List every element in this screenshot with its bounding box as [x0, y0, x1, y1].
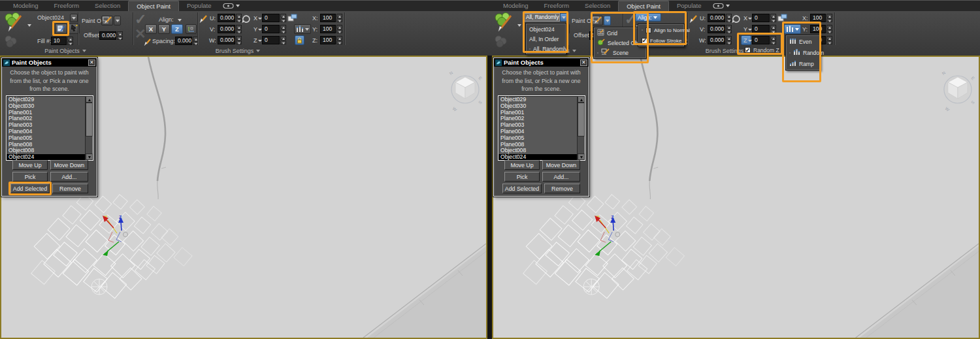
- chevron-down-icon[interactable]: [517, 24, 521, 27]
- pick-button[interactable]: Pick: [504, 172, 540, 182]
- v-spinner[interactable]: 0.000: [218, 25, 242, 33]
- scale-x-spinner[interactable]: 100: [810, 14, 832, 22]
- add-selected-button[interactable]: Add Selected: [10, 184, 50, 193]
- object-combo-value[interactable]: Object024: [37, 14, 64, 21]
- scroll-thumb[interactable]: [578, 103, 585, 137]
- tab-selection[interactable]: Selection: [87, 1, 128, 11]
- rot-y-spinner[interactable]: 0: [752, 25, 776, 33]
- distribution-dropdown-button[interactable]: [784, 24, 801, 34]
- axis-x-button[interactable]: X: [145, 24, 157, 34]
- ribbon-options-button[interactable]: [709, 1, 734, 11]
- scale-z-spinner[interactable]: 100: [320, 36, 342, 44]
- list-item-selected[interactable]: Object024: [498, 154, 577, 160]
- paint-objects-caption[interactable]: Paint Objects: [0, 47, 131, 55]
- align-label[interactable]: Align:: [159, 16, 174, 23]
- tab-populate[interactable]: Populate: [179, 1, 220, 11]
- combo-option[interactable]: All, In Order: [527, 34, 565, 44]
- u-spinner[interactable]: 0.000: [708, 14, 732, 22]
- edit-object-list-button[interactable]: [55, 24, 67, 34]
- rot-x-label[interactable]: X: [253, 15, 257, 22]
- axis-z-button[interactable]: Z: [171, 24, 183, 34]
- tab-modeling[interactable]: Modeling: [5, 1, 46, 11]
- rot-x-spinner[interactable]: 0: [262, 14, 286, 22]
- scroll-down-icon[interactable]: [86, 153, 93, 160]
- tab-modeling[interactable]: Modeling: [495, 1, 536, 11]
- ribbon-options-button[interactable]: [219, 1, 244, 11]
- remove-button[interactable]: Remove: [52, 184, 88, 193]
- rot-z-label[interactable]: Z: [743, 37, 747, 44]
- distribution-option-random[interactable]: Random: [787, 47, 819, 58]
- object-listbox[interactable]: Object029 Object030 Plane001 Plane002 Pl…: [6, 95, 93, 161]
- rot-y-label[interactable]: Y: [253, 26, 257, 33]
- object-combo-arrow[interactable]: [560, 13, 568, 22]
- distribution-option-ramp[interactable]: Ramp: [787, 58, 819, 69]
- scale-x-spinner[interactable]: 100: [320, 14, 342, 22]
- scroll-down-icon[interactable]: [578, 153, 585, 160]
- rot-y-spinner[interactable]: 0: [262, 25, 286, 33]
- dialog-titlebar[interactable]: Paint Objects ✕: [494, 58, 589, 67]
- close-icon[interactable]: ✕: [88, 59, 95, 66]
- add-button[interactable]: Add...: [542, 172, 580, 182]
- close-icon[interactable]: ✕: [580, 59, 587, 66]
- u-spinner[interactable]: 0.000: [218, 14, 242, 22]
- paint-on-arrow[interactable]: [604, 16, 611, 25]
- offset-spinner[interactable]: 0.000: [99, 31, 123, 40]
- tab-freeform[interactable]: Freeform: [46, 1, 88, 11]
- random-z-checkbox[interactable]: ✓: [745, 47, 751, 53]
- rot-y-label[interactable]: Y: [743, 26, 747, 33]
- brush-settings-caption[interactable]: Brush Settings: [196, 47, 280, 55]
- paint-on-arrow[interactable]: [114, 16, 121, 25]
- rot-x-spinner[interactable]: 0: [752, 14, 776, 22]
- object-combo-arrow[interactable]: [70, 14, 78, 22]
- rot-z-spinner[interactable]: 0: [752, 36, 776, 44]
- w-spinner[interactable]: 0.000: [708, 36, 732, 44]
- move-down-button[interactable]: Move Down: [542, 160, 580, 170]
- chevron-down-icon[interactable]: [178, 19, 182, 22]
- tab-populate[interactable]: Populate: [669, 1, 710, 11]
- distribution-option-even[interactable]: Even: [787, 36, 819, 47]
- list-item-selected[interactable]: Object024: [7, 154, 85, 160]
- w-spinner[interactable]: 0.000: [218, 36, 242, 44]
- align-dropdown-button[interactable]: Align:: [635, 13, 661, 22]
- chevron-down-icon[interactable]: [27, 24, 31, 27]
- checkbox[interactable]: ✓: [645, 27, 651, 33]
- scrollbar[interactable]: [85, 96, 93, 160]
- scale-y-spinner[interactable]: 100: [810, 25, 832, 33]
- object-combo-value[interactable]: All, Randomly: [524, 13, 560, 22]
- distribution-dropdown-button[interactable]: [294, 24, 311, 34]
- checkbox[interactable]: ✓: [642, 38, 647, 44]
- rot-x-label[interactable]: X: [743, 15, 747, 22]
- spacing-spinner[interactable]: 0.000: [175, 37, 199, 45]
- scroll-up-icon[interactable]: [86, 96, 93, 103]
- dialog-titlebar[interactable]: Paint Objects ✕: [2, 58, 97, 67]
- lock-scale-button[interactable]: [295, 35, 304, 45]
- scroll-thumb[interactable]: [86, 103, 93, 137]
- tab-freeform[interactable]: Freeform: [536, 1, 578, 11]
- add-selected-button[interactable]: Add Selected: [502, 184, 542, 193]
- paint-on-button[interactable]: [101, 16, 113, 25]
- move-down-button[interactable]: Move Down: [50, 160, 88, 170]
- paint-on-button[interactable]: [591, 16, 603, 25]
- combo-option[interactable]: All, Randomly: [527, 44, 565, 54]
- rot-z-label[interactable]: Z: [253, 37, 257, 44]
- move-up-button[interactable]: Move Up: [12, 160, 48, 170]
- move-up-button[interactable]: Move Up: [504, 160, 540, 170]
- tab-selection[interactable]: Selection: [577, 1, 618, 11]
- axis-options-button[interactable]: [186, 24, 197, 34]
- fill-spinner[interactable]: 10: [51, 37, 73, 45]
- axis-y-button[interactable]: Y: [158, 24, 170, 34]
- remove-button[interactable]: Remove: [544, 184, 580, 193]
- combo-option[interactable]: Object024: [527, 24, 565, 34]
- object-listbox[interactable]: Object029 Object030 Plane001 Plane002 Pl…: [498, 95, 585, 161]
- tab-object-paint[interactable]: Object Paint: [618, 1, 669, 11]
- follow-stroke-option[interactable]: ✓ Follow Stroke: [639, 35, 683, 46]
- scale-y-spinner[interactable]: 100: [320, 25, 342, 33]
- rot-z-spinner[interactable]: 0: [262, 36, 286, 44]
- scrollbar[interactable]: [577, 96, 585, 160]
- tab-object-paint[interactable]: Object Paint: [128, 1, 179, 11]
- scroll-up-icon[interactable]: [578, 96, 585, 103]
- align-to-normal-option[interactable]: ✓ Align to Normal: [639, 25, 683, 35]
- v-spinner[interactable]: 0.000: [708, 25, 732, 33]
- paint-on-option-scene[interactable]: Scene: [595, 48, 645, 57]
- add-button[interactable]: Add...: [50, 172, 88, 182]
